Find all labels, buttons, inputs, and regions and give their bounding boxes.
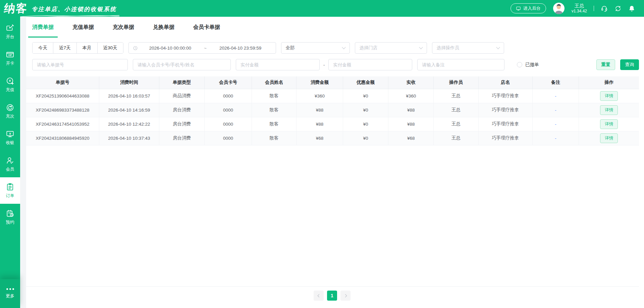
next-page-button[interactable] (340, 291, 351, 301)
order-no-input[interactable] (32, 59, 128, 70)
tab-recharge-orders[interactable]: 充值单据 (72, 17, 94, 38)
member-icon (6, 156, 14, 165)
cashier-icon: ¥ (6, 130, 14, 138)
detail-button[interactable]: 详情 (600, 133, 618, 143)
bell-icon[interactable] (628, 5, 635, 12)
column-header-remark: 备注 (532, 76, 579, 89)
paid-amount-min-input[interactable] (236, 59, 320, 70)
svg-text:VIP: VIP (8, 54, 12, 56)
cell-paid: ¥68 (388, 131, 434, 145)
store-select[interactable]: 选择门店 (355, 42, 427, 54)
sidebar-item-open-table[interactable]: 开台 (0, 18, 20, 45)
tab-consume-orders[interactable]: 消费单据 (32, 17, 54, 38)
quick-range-month-button[interactable]: 本月 (77, 43, 98, 53)
detail-button[interactable]: 详情 (600, 119, 618, 129)
cell-member: 散客 (252, 89, 296, 103)
sidebar-item-recharge-count[interactable]: 充次 (0, 98, 20, 124)
start-datetime-input[interactable] (139, 46, 202, 51)
sync-icon[interactable] (614, 5, 622, 12)
cell-amount: ¥68 (297, 131, 343, 145)
operator-select[interactable]: 选择操作员 (432, 42, 504, 54)
topbar-actions: 进入后台 王总 v1.34.42 (511, 2, 635, 14)
order-type-select[interactable]: 全部 (281, 42, 350, 54)
cell-card-no: 0000 (205, 117, 252, 131)
quick-range-today-button[interactable]: 今天 (33, 43, 53, 53)
sidebar-item-label: 开卡 (6, 61, 14, 66)
enter-backstage-button[interactable]: 进入后台 (511, 3, 546, 13)
tab-recharge-count-orders[interactable]: 充次单据 (113, 17, 134, 38)
sidebar-item-appointment[interactable]: 预约 (0, 204, 20, 230)
tab-member-card-orders[interactable]: 会员卡单据 (193, 17, 220, 38)
revoked-label: 已撤单 (525, 62, 539, 68)
sidebar-item-label: 充值 (6, 87, 14, 93)
sidebar-item-cashier[interactable]: ¥ 收银 (0, 124, 20, 151)
table-header-row: 单据号 消费时间 单据类型 会员卡号 会员姓名 消费金额 优惠金额 实收 操作员… (26, 76, 639, 89)
operator-select-placeholder: 选择操作员 (437, 45, 460, 51)
cell-operator: 王总 (434, 117, 478, 131)
enter-backstage-label: 进入后台 (523, 5, 541, 11)
paid-amount-max-input[interactable] (328, 59, 412, 70)
tab-exchange-orders[interactable]: 兑换单据 (153, 17, 174, 38)
table-row: XF2042486983373488128 2026-04-10 14:16:5… (26, 103, 639, 117)
amount-range-separator: - (323, 62, 325, 67)
cell-type: 房台消费 (159, 103, 204, 117)
sidebar-item-more[interactable]: 更多 (0, 279, 20, 308)
cell-remark: - (532, 117, 579, 131)
detail-button[interactable]: 详情 (600, 105, 618, 115)
chevron-down-icon (342, 45, 345, 49)
column-header-paid: 实收 (388, 76, 434, 89)
cell-action: 详情 (579, 89, 639, 103)
end-datetime-input[interactable] (209, 46, 272, 51)
table-row: XF2042431806884945920 2026-04-10 10:37:4… (26, 131, 639, 145)
sidebar: 开台 VIP 开卡 ¥ 充值 充次 ¥ 收银 (0, 17, 20, 308)
cell-remark: - (532, 89, 579, 103)
sidebar-item-label: 订单 (6, 193, 14, 199)
sidebar-item-orders[interactable]: 订单 (0, 177, 20, 204)
sidebar-item-label: 预约 (6, 220, 14, 225)
sidebar-item-member[interactable]: 会员 (0, 151, 20, 177)
detail-button[interactable]: 详情 (600, 91, 618, 101)
sidebar-item-label: 会员 (6, 167, 14, 172)
column-header-member: 会员姓名 (252, 76, 296, 89)
cell-discount: ¥0 (343, 117, 388, 131)
cell-order-no: XF2042513906044633088 (26, 89, 99, 103)
column-header-card-no: 会员卡号 (205, 76, 252, 89)
sidebar-item-open-card[interactable]: VIP 开卡 (0, 45, 20, 71)
topbar: 纳客 专注单店、小连锁的收银系统 进入后台 王 (0, 0, 644, 17)
pagination: 1 (20, 291, 644, 301)
revoked-radio[interactable]: 已撤单 (517, 62, 539, 68)
cell-type: 房台消费 (159, 131, 204, 145)
cell-discount: ¥0 (343, 89, 388, 103)
appointment-icon (6, 209, 14, 218)
quick-range-7days-button[interactable]: 近7天 (53, 43, 77, 53)
cell-card-no: 0000 (205, 103, 252, 117)
main-content: 消费单据 充值单据 充次单据 兑换单据 会员卡单据 今天 近7天 本月 近30天… (20, 17, 644, 308)
date-range-picker[interactable]: ~ (128, 42, 276, 54)
open-table-icon (6, 24, 14, 33)
cell-discount: ¥0 (343, 131, 388, 145)
cell-operator: 王总 (434, 131, 478, 145)
current-page-button[interactable]: 1 (327, 291, 337, 301)
prev-page-button[interactable] (314, 291, 324, 301)
orders-icon (6, 183, 14, 191)
cell-time: 2026-04-10 10:37:43 (99, 131, 159, 145)
vip-card-icon: VIP (6, 50, 14, 59)
cell-member: 散客 (252, 117, 296, 131)
member-search-input[interactable] (133, 59, 231, 70)
cell-order-no: XF2042431806884945920 (26, 131, 99, 145)
store-select-placeholder: 选择门店 (360, 45, 378, 51)
sidebar-item-recharge[interactable]: ¥ 充值 (0, 71, 20, 98)
headset-icon[interactable] (601, 5, 608, 12)
column-header-discount: 优惠金额 (343, 76, 388, 89)
reset-button[interactable]: 重置 (596, 59, 615, 70)
search-button[interactable]: 查询 (620, 59, 639, 70)
quick-range-30days-button[interactable]: 近30天 (98, 43, 123, 53)
cell-paid: ¥88 (388, 103, 434, 117)
remark-input[interactable] (417, 59, 504, 70)
chevron-down-icon (419, 45, 423, 49)
column-header-type: 单据类型 (159, 76, 204, 89)
cell-member: 散客 (252, 131, 296, 145)
cell-amount: ¥88 (297, 117, 343, 131)
column-header-action: 操作 (579, 76, 639, 89)
avatar[interactable] (553, 2, 565, 14)
